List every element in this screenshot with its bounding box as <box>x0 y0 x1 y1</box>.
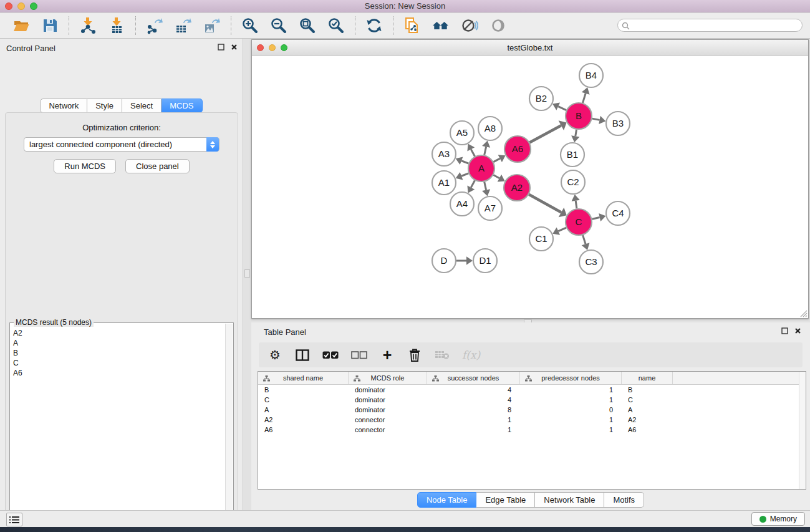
criterion-dropdown[interactable]: largest connected component (directed) <box>24 137 219 152</box>
mcds-result-list[interactable]: A2ABCA6 <box>11 327 225 532</box>
network-window-titlebar[interactable]: testGlobe.txt <box>252 40 808 56</box>
table-scrollbar[interactable] <box>799 372 806 489</box>
export-image-icon[interactable] <box>201 15 223 36</box>
edge-A-A8[interactable] <box>485 147 486 155</box>
table-row[interactable]: Adominator80A <box>258 405 806 415</box>
close-panel-button[interactable]: Close panel <box>125 159 190 173</box>
network-close-button[interactable] <box>257 44 264 51</box>
tab-edge-table[interactable]: Edge Table <box>476 492 535 508</box>
column-header-successor-nodes[interactable]: successor nodes <box>427 372 520 384</box>
edge-A-A5[interactable] <box>471 149 475 156</box>
column-header-shared-name[interactable]: shared name <box>258 372 349 384</box>
edge-C-C3[interactable] <box>583 235 586 244</box>
zoom-out-icon[interactable] <box>268 15 290 36</box>
network-canvas[interactable]: B4B2BB3B1A5A8A6A3AA1C2A2A4A7CC4C1C3DD1 <box>252 56 808 318</box>
table-cell[interactable]: 1 <box>520 415 622 425</box>
deselect-all-icon[interactable] <box>351 346 367 364</box>
edge-A2-C[interactable] <box>529 195 561 213</box>
close-window-button[interactable] <box>5 2 12 10</box>
vertical-splitter-handle[interactable] <box>244 269 250 278</box>
edge-B-B4[interactable] <box>582 94 586 103</box>
graphics-detail-icon[interactable] <box>487 15 509 36</box>
table-cell[interactable]: 1 <box>427 425 520 435</box>
homes-icon[interactable] <box>430 15 452 36</box>
table-cell[interactable]: A <box>258 405 349 415</box>
table-cell[interactable]: A6 <box>258 425 349 435</box>
edge-B-B1[interactable] <box>576 130 577 137</box>
float-table-panel-icon[interactable] <box>781 327 788 334</box>
refresh-icon[interactable] <box>363 15 385 36</box>
edge-C-C1[interactable] <box>558 228 566 231</box>
result-list-item[interactable]: A6 <box>13 368 223 378</box>
table-cell[interactable]: A <box>622 405 673 415</box>
table-cell[interactable]: 1 <box>427 415 520 425</box>
clone-network-icon[interactable] <box>401 15 423 36</box>
table-cell[interactable]: 1 <box>520 395 622 405</box>
network-maximize-button[interactable] <box>281 44 287 51</box>
table-cell[interactable]: 1 <box>520 425 622 435</box>
table-cell[interactable]: B <box>622 385 673 395</box>
edge-A-A1[interactable] <box>461 173 468 176</box>
open-file-icon[interactable] <box>10 15 32 36</box>
table-cell[interactable]: connector <box>349 415 427 425</box>
column-header-MCDS-role[interactable]: MCDS role <box>349 372 427 384</box>
column-header-predecessor-nodes[interactable]: predecessor nodes <box>520 372 622 384</box>
table-cell[interactable]: A6 <box>622 425 673 435</box>
edge-B-B2[interactable] <box>558 107 566 110</box>
result-list-item[interactable]: B <box>13 348 223 358</box>
edge-A-A7[interactable] <box>485 181 486 190</box>
result-list-item[interactable]: A2 <box>13 328 223 338</box>
zoom-in-icon[interactable] <box>239 15 261 36</box>
table-row[interactable]: A6connector11A6 <box>258 425 806 435</box>
close-panel-icon[interactable] <box>231 44 238 51</box>
close-table-panel-icon[interactable] <box>794 327 801 334</box>
tab-select[interactable]: Select <box>122 99 162 113</box>
import-network-icon[interactable] <box>77 15 99 36</box>
search-input[interactable] <box>617 19 803 32</box>
zoom-fit-icon[interactable] <box>296 15 319 36</box>
edge-C-C4[interactable] <box>592 218 599 220</box>
network-minimize-button[interactable] <box>269 44 276 51</box>
table-cell[interactable]: connector <box>349 425 427 435</box>
edge-A-A3[interactable] <box>461 161 468 163</box>
show-columns-icon[interactable] <box>295 346 310 364</box>
result-list-item[interactable]: A <box>13 338 223 348</box>
add-icon[interactable]: + <box>380 346 395 364</box>
tab-network[interactable]: Network <box>40 99 87 113</box>
edge-A-A4[interactable] <box>471 180 475 187</box>
tab-network-table[interactable]: Network Table <box>535 492 604 508</box>
result-list-scrollbar[interactable] <box>225 324 233 532</box>
edge-C-C2[interactable] <box>576 201 577 209</box>
export-network-icon[interactable] <box>143 15 166 36</box>
table-cell[interactable]: 4 <box>427 385 520 395</box>
tab-node-table[interactable]: Node Table <box>417 492 477 508</box>
table-cell[interactable]: 0 <box>520 405 622 415</box>
tab-motifs[interactable]: Motifs <box>604 492 644 508</box>
edge-A-A2[interactable] <box>493 175 499 178</box>
table-cell[interactable]: C <box>258 395 349 405</box>
resize-grip-icon[interactable] <box>799 309 808 317</box>
task-history-button[interactable] <box>6 513 22 526</box>
maximize-window-button[interactable] <box>30 2 37 10</box>
select-all-icon[interactable] <box>322 346 339 364</box>
delete-icon[interactable] <box>407 346 422 364</box>
import-table-icon[interactable] <box>105 15 128 36</box>
tab-style[interactable]: Style <box>87 99 122 113</box>
table-cell[interactable]: 1 <box>520 385 622 395</box>
minimize-window-button[interactable] <box>17 2 25 10</box>
column-header-name[interactable]: name <box>622 372 673 384</box>
zoom-selected-icon[interactable] <box>325 15 347 36</box>
float-panel-icon[interactable] <box>218 44 224 51</box>
table-cell[interactable]: A2 <box>258 415 349 425</box>
edge-A6-B[interactable] <box>529 125 561 142</box>
table-row[interactable]: A2connector11A2 <box>258 415 806 425</box>
table-row[interactable]: Cdominator41C <box>258 395 806 405</box>
edge-A-A6[interactable] <box>493 158 499 162</box>
table-cell[interactable]: 8 <box>427 405 520 415</box>
table-cell[interactable]: B <box>258 385 349 395</box>
edge-B-B3[interactable] <box>592 118 600 120</box>
table-cell[interactable]: dominator <box>349 395 427 405</box>
table-cell[interactable]: dominator <box>349 405 427 415</box>
table-cell[interactable]: dominator <box>349 385 427 395</box>
result-list-item[interactable]: C <box>13 358 223 368</box>
